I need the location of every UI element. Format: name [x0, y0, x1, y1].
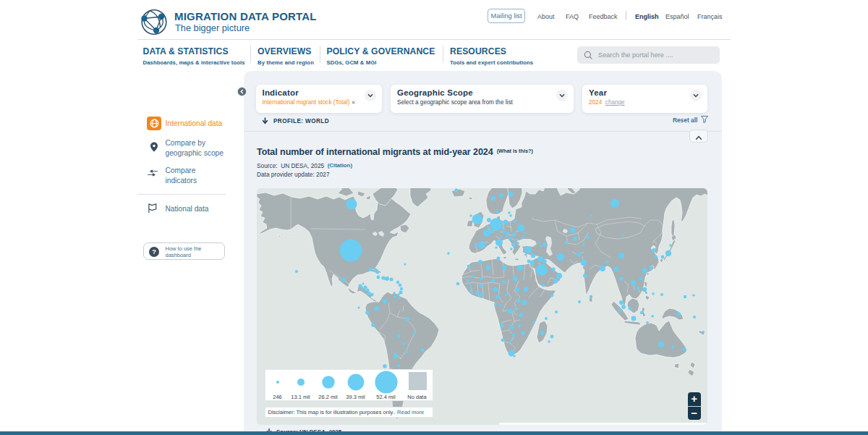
svg-text:?: ? — [152, 248, 156, 255]
